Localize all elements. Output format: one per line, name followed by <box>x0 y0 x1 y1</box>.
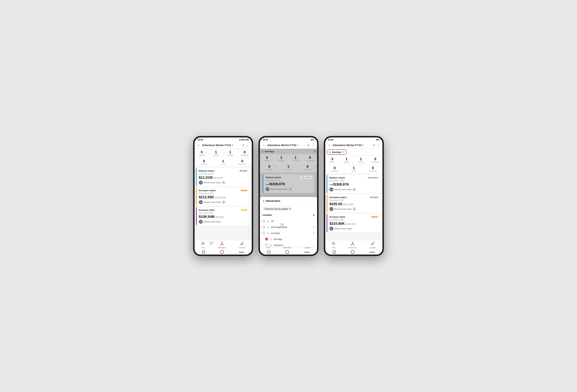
svg-point-2 <box>220 245 221 245</box>
title-2: Adventure Works FY23 ∨ <box>267 144 306 147</box>
chip-close-2[interactable]: ✕ <box>289 208 291 210</box>
filter-close-2[interactable]: ✕ <box>313 150 316 153</box>
dropdown-item-australia[interactable]: Australia ∧ <box>260 230 317 236</box>
card-2: Reduce return Not started Due in Apr 9, … <box>263 174 314 193</box>
metric-ns-3[interactable]: 0 Not started <box>363 164 382 173</box>
expand-icon-2[interactable]: ⤢ <box>307 143 310 147</box>
back-button-3[interactable]: ← <box>328 143 331 147</box>
metric-m-2[interactable]: 3 Metrics <box>260 154 274 163</box>
status-icons-3: 86% <box>376 139 380 141</box>
expand-icon-1[interactable]: ⤢ <box>242 143 244 147</box>
svg-point-14 <box>267 233 268 234</box>
radio-all[interactable] <box>262 220 265 223</box>
scroll-area-1[interactable]: Reduce return On track Due in Apr 9, 202… <box>195 167 252 240</box>
metric-ar-2[interactable]: 1 At risk <box>279 163 298 172</box>
more-icon-1[interactable]: ⋮ <box>246 143 249 147</box>
metric-c-3[interactable]: 0 Completed <box>368 156 382 164</box>
metric-c-2[interactable]: 0 Completed <box>303 154 317 163</box>
metric-ot-2[interactable]: 1 On track <box>288 154 303 163</box>
svg-point-16 <box>271 238 271 238</box>
radio-bendigo[interactable] <box>265 238 268 240</box>
dropdown-item-all[interactable]: All <box>260 218 317 224</box>
dropdown-item-brisbane[interactable]: Brisbane <box>260 242 317 246</box>
radio-brisbane[interactable] <box>265 244 268 246</box>
metric-m-3[interactable]: 3 Metrics <box>325 156 340 164</box>
metrics-grid-top-2: 3 Metrics 1 Behind 1 On track 0 Complete… <box>260 154 317 163</box>
status-bar-3: 10:41 86% <box>325 137 382 142</box>
expand-icon-3[interactable]: ⤢ <box>372 143 375 147</box>
dropdown-header-2[interactable]: ∨ Hierarchies <box>260 197 317 205</box>
metric-ov-2[interactable]: 0 Overdue <box>260 163 279 172</box>
header-1: ← Adventure Works FY23 ∨ ⤢ ⋮ <box>195 142 252 149</box>
svg-point-15 <box>269 233 269 234</box>
back-button-1[interactable]: ← <box>197 143 201 147</box>
metric-metrics-1[interactable]: 3 Metrics <box>195 149 209 158</box>
radio-na[interactable] <box>262 226 265 229</box>
svg-point-27 <box>329 153 329 153</box>
card-increase-orders-1[interactable]: Increase orders Behind Due in Apr 9, 202… <box>196 187 250 206</box>
metric-ov-3[interactable]: 0 Overdue <box>325 164 344 173</box>
metrics-grid-top-1: 3 Metrics 1 Behind 1 On track 0 Complete… <box>195 149 252 158</box>
metrics-grid-top-3: 3 Metrics 1 Behind 1 On track 0 Complete… <box>325 156 382 164</box>
metric-behind-1[interactable]: 1 Behind <box>209 149 223 158</box>
header-icons-1: ⤢ ⋮ <box>242 143 249 147</box>
bottom-nav-3: Invite Hierarchies Annotate <box>325 240 382 250</box>
phones-container: 10:39 ☰ WiFi 86% ← Adventure Works FY23 … <box>193 136 384 256</box>
card-reduce-return-1[interactable]: Reduce return On track Due in Apr 9, 202… <box>196 168 250 186</box>
metric-ot-3[interactable]: 1 On track <box>354 156 368 164</box>
svg-point-26 <box>330 151 330 152</box>
svg-point-28 <box>330 153 331 153</box>
filter-chip-3[interactable]: Bendigo ✕ <box>327 149 347 155</box>
dropdown-item-na[interactable]: [Not Applicable] ∨ <box>260 224 317 230</box>
metrics-grid-bottom-1: 0 Overdue 1 At risk 0 Not started <box>195 158 252 167</box>
back-nav-1[interactable] <box>202 251 205 254</box>
metric-ar-3[interactable]: 1 At risk <box>344 164 363 173</box>
home-nav-1[interactable] <box>220 250 224 254</box>
metric-b-2[interactable]: 1 Behind <box>274 154 288 163</box>
globe-icon-2: 🌐 <box>222 200 225 204</box>
card-increase-sales-3[interactable]: Increase sales Behind Due in Apr 9, 2023… <box>327 214 381 232</box>
metric-notstarted-1[interactable]: 0 Not started <box>233 158 252 166</box>
svg-point-32 <box>354 245 354 245</box>
radio-australia[interactable] <box>262 232 265 234</box>
filter-close-3[interactable]: ✕ <box>342 151 345 154</box>
svg-point-21 <box>271 246 272 246</box>
more-icon-2[interactable]: ⋮ <box>311 143 315 147</box>
svg-point-6 <box>263 152 263 152</box>
metric-b-3[interactable]: 1 Behind <box>340 156 354 164</box>
card-reduce-return-3[interactable]: Reduce return Not started Due in Apr 9, … <box>327 175 381 193</box>
applied-chip-2[interactable]: 1 hierarchy slicer(s) applied ✕ <box>262 207 292 211</box>
recent-nav-1[interactable] <box>239 252 244 253</box>
header-3: ← Adventure Works FY23 ∨ ⤢ ⋮ <box>325 142 382 149</box>
nav-annotate-1[interactable]: Annotate <box>239 242 245 249</box>
card-increase-orders-3[interactable]: Increase orders On track Due in Apr 9, 2… <box>327 194 381 213</box>
back-button-2[interactable]: ← <box>262 143 266 147</box>
status-bar-2: 10:41 86% <box>260 137 317 142</box>
header-icons-2: ⤢ ⋮ <box>307 143 315 147</box>
phone-1-screen: 10:39 ☰ WiFi 86% ← Adventure Works FY23 … <box>195 137 252 255</box>
nav-hierarchies-1[interactable]: Hierarchies <box>218 242 226 249</box>
more-icon-3[interactable]: ⋮ <box>377 143 380 147</box>
metric-ontrack-1[interactable]: 1 On track <box>223 149 237 158</box>
metric-atrisk-1[interactable]: 1 At risk <box>214 158 233 166</box>
globe-icon-1: 🌐 <box>222 181 225 184</box>
metric-overdue-1[interactable]: 0 Overdue <box>195 158 214 166</box>
nav-invite-1[interactable]: Invite <box>201 242 205 249</box>
metric-ns-2[interactable]: 0 Not started <box>298 163 317 172</box>
battery-2: 86% <box>311 139 314 141</box>
card-increase-sales-1[interactable]: Increase sales At risk Due in Apr 9, 202… <box>196 207 250 226</box>
avatar-2: MF <box>199 200 203 204</box>
nav-hierarchies-3[interactable]: Hierarchies <box>349 242 357 249</box>
nav-annotate-3[interactable]: Annotate <box>369 242 376 249</box>
signal-icon: ☰ <box>239 139 241 141</box>
svg-point-3 <box>223 245 223 245</box>
svg-point-8 <box>267 222 268 222</box>
scroll-area-3[interactable]: Reduce return Not started Due in Apr 9, … <box>325 174 382 240</box>
metric-completed-1[interactable]: 0 Completed <box>237 149 252 158</box>
phone-3: 10:41 86% ← Adventure Works FY23 ∨ ⤢ ⋮ <box>324 136 384 256</box>
dropdown-item-bendigo[interactable]: Bendigo <box>260 236 317 242</box>
svg-point-18 <box>271 240 272 240</box>
nav-invite-3[interactable]: Invite <box>332 242 336 249</box>
status-icons-2: 86% <box>311 139 314 141</box>
svg-point-1 <box>221 242 222 243</box>
